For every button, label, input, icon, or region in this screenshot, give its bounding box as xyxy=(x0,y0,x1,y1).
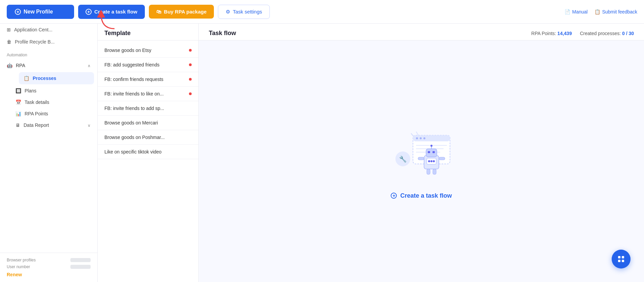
created-processes-value: 0 / 30 xyxy=(622,31,634,36)
svg-rect-16 xyxy=(432,151,435,153)
svg-rect-21 xyxy=(427,169,430,174)
svg-rect-29 xyxy=(618,260,620,262)
new-badge-dot xyxy=(189,78,192,81)
chevron-down-icon xyxy=(88,122,91,128)
fab-button[interactable] xyxy=(612,250,631,269)
submit-feedback-link[interactable]: 📋 Submit feedback xyxy=(594,9,637,15)
template-list-item[interactable]: FB: confirm friends requests xyxy=(98,72,198,87)
svg-point-24 xyxy=(428,160,430,162)
bag-icon: 🛍 xyxy=(156,9,161,15)
svg-rect-30 xyxy=(622,260,624,262)
buy-rpa-button[interactable]: 🛍 Buy RPA package xyxy=(149,5,214,19)
sidebar-item-processes[interactable]: 📋 Processes xyxy=(19,72,94,84)
rpa-points-meta-label: RPA Points: xyxy=(531,31,556,36)
svg-point-18 xyxy=(430,145,432,147)
plus-icon: + xyxy=(86,9,92,15)
rpa-points-icon: 📊 xyxy=(15,111,21,116)
main: ⊞ Application Cent... 🗑 Profile Recycle … xyxy=(0,24,644,282)
task-details-icon: 📅 xyxy=(15,100,21,105)
template-panel-header: Template xyxy=(98,24,198,40)
robot-illustration: 🔧 xyxy=(384,123,458,184)
data-report-icon: 🖥 xyxy=(15,122,20,128)
template-list-item[interactable]: FB: invite friends to like on... xyxy=(98,87,198,101)
processes-icon: 📋 xyxy=(24,76,29,81)
sidebar-sub-menu: 📋 Processes 🔲 Plans 📅 Task details 📊 RPA… xyxy=(0,72,97,131)
new-badge-dot xyxy=(189,63,192,66)
topbar-right: 📄 Manual 📋 Submit feedback xyxy=(565,9,637,15)
sidebar-item-task-details[interactable]: 📅 Task details xyxy=(15,96,97,108)
sidebar-item-plans[interactable]: 🔲 Plans xyxy=(15,85,97,96)
new-badge-dot xyxy=(189,49,192,52)
taskflow-meta: RPA Points: 14,439 Created processes: 0 … xyxy=(531,31,634,36)
sidebar-footer: Browser profiles User number Renew xyxy=(0,253,97,282)
user-number-value xyxy=(70,265,91,269)
created-processes-label: Created processes: xyxy=(580,31,621,36)
automation-section-label: Automation xyxy=(0,48,97,59)
recycle-icon: 🗑 xyxy=(7,39,11,45)
sidebar-item-rpa-points[interactable]: 📊 RPA Points xyxy=(15,108,97,119)
sidebar-item-data-report[interactable]: 🖥 Data Report xyxy=(15,119,97,131)
svg-rect-27 xyxy=(618,256,620,258)
task-settings-button[interactable]: ⚙ Task settings xyxy=(218,5,270,19)
svg-text:🔧: 🔧 xyxy=(399,156,407,163)
template-panel: Template Browse goods on EtsyFB: add sug… xyxy=(98,24,199,282)
template-list-item[interactable]: Browse goods on Poshmar... xyxy=(98,130,198,145)
plans-icon: 🔲 xyxy=(15,88,21,93)
template-list-item[interactable]: Like on specific tiktok video xyxy=(98,145,198,159)
user-number-label: User number xyxy=(7,264,30,269)
svg-rect-15 xyxy=(428,151,430,153)
new-profile-button[interactable]: + New Profile xyxy=(7,5,74,19)
template-list-item[interactable]: Browse goods on Etsy xyxy=(98,43,198,58)
taskflow-body: 🔧 xyxy=(199,40,644,282)
taskflow-panel: Task flow RPA Points: 14,439 Created pro… xyxy=(199,24,644,282)
template-list-item[interactable]: FB: invite friends to add sp... xyxy=(98,101,198,116)
template-list-item[interactable]: Browse goods on Mercari xyxy=(98,116,198,130)
app-center-icon: ⊞ xyxy=(7,27,11,32)
taskflow-header: Task flow RPA Points: 14,439 Created pro… xyxy=(199,24,644,40)
chevron-up-icon xyxy=(88,63,91,68)
topbar: + New Profile + Create a task flow 🛍 Buy… xyxy=(0,0,644,24)
svg-point-7 xyxy=(423,137,425,139)
rpa-points-meta-value: 14,439 xyxy=(557,31,572,36)
svg-point-6 xyxy=(420,137,422,139)
template-list-item[interactable]: FB: add suggested friends xyxy=(98,58,198,72)
sidebar-rpa-header[interactable]: 🤖 RPA xyxy=(0,59,97,72)
sidebar-item-recycle[interactable]: 🗑 Profile Recycle B... xyxy=(0,36,97,48)
rpa-icon: 🤖 xyxy=(7,63,12,68)
document-icon: 📄 xyxy=(565,9,570,15)
svg-point-25 xyxy=(430,160,432,162)
svg-rect-20 xyxy=(439,157,445,160)
settings-icon: ⚙ xyxy=(226,9,230,15)
plus-icon: + xyxy=(15,9,21,15)
create-task-button[interactable]: + Create a task flow xyxy=(78,5,145,19)
content: Template Browse goods on EtsyFB: add sug… xyxy=(98,24,644,282)
create-task-flow-link[interactable]: + Create a task flow xyxy=(391,192,452,199)
grid-icon xyxy=(617,255,625,263)
svg-point-26 xyxy=(433,160,435,162)
svg-rect-22 xyxy=(433,169,436,174)
browser-profiles-label: Browser profiles xyxy=(7,258,36,262)
template-list: Browse goods on EtsyFB: add suggested fr… xyxy=(98,40,198,282)
sidebar-item-app-center[interactable]: ⊞ Application Cent... xyxy=(0,24,97,36)
manual-link[interactable]: 📄 Manual xyxy=(565,9,588,15)
sidebar: ⊞ Application Cent... 🗑 Profile Recycle … xyxy=(0,24,98,282)
browser-profiles-value xyxy=(70,258,91,262)
taskflow-title: Task flow xyxy=(209,30,236,37)
svg-rect-19 xyxy=(418,157,424,160)
renew-link[interactable]: Renew xyxy=(7,272,22,277)
svg-point-5 xyxy=(416,137,418,139)
svg-rect-4 xyxy=(413,135,450,141)
feedback-icon: 📋 xyxy=(594,9,600,15)
svg-rect-14 xyxy=(426,149,437,157)
plus-circle-icon: + xyxy=(391,193,397,199)
new-badge-dot xyxy=(189,92,192,95)
svg-rect-28 xyxy=(622,256,624,258)
